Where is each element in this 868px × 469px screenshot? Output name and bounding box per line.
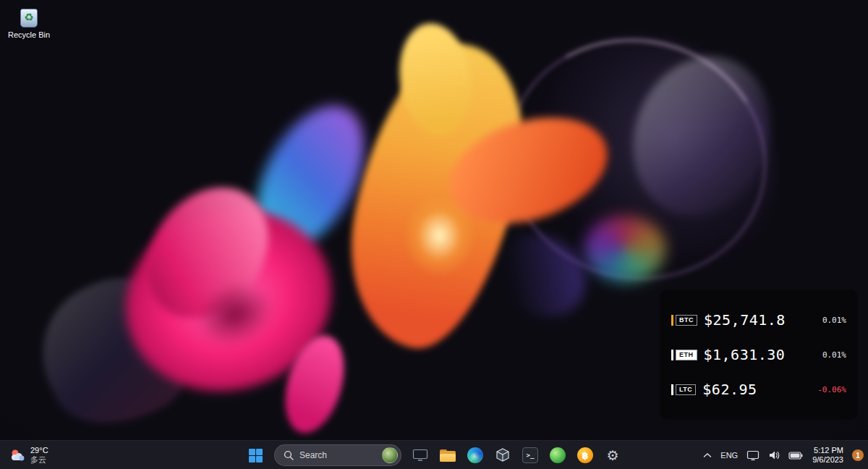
taskbar-app-edge-browser[interactable] [462,442,488,468]
weather-widget[interactable]: 29°C 多云 [6,441,53,469]
ticker-symbol: LTC [676,384,696,395]
crypto-symbol-badge: LTC [671,384,696,395]
language-label: ENG [720,451,738,460]
weather-cloud-icon [10,448,26,462]
recycle-bin-shortcut[interactable]: ♻ Recycle Bin [6,6,52,39]
ticker-accent-bar [671,384,673,395]
search-box[interactable]: Search [274,444,401,466]
recycle-bin-icon: ♻ [17,6,41,29]
start-button[interactable] [242,442,268,468]
bitcoin-app-icon: ฿ [577,447,593,463]
package-box-icon [495,447,511,463]
edge-browser-icon [467,447,483,463]
clock-date: 9/6/2023 [812,455,843,465]
taskbar-app-file-explorer[interactable] [435,442,461,468]
recycle-bin-label: Recycle Bin [6,30,52,39]
crypto-symbol-badge: BTC [671,315,697,326]
weather-temperature: 29°C [30,446,48,455]
taskbar-app-package[interactable] [490,442,516,468]
ticker-symbol: ETH [676,350,697,360]
crypto-change: -0.06% [817,385,846,394]
taskbar-app-settings[interactable]: ⚙ [600,442,626,468]
tray-volume-button[interactable] [765,442,783,468]
weather-condition: 多云 [30,455,48,465]
taskbar-app-desktop-monitor[interactable] [407,442,433,468]
windows-logo-icon [249,449,263,462]
crypto-change: 0.01% [822,316,846,325]
folder-icon [440,449,456,462]
taskbar-app-bitcoin[interactable]: ฿ [572,442,598,468]
notification-badge[interactable]: 1 [852,449,864,461]
crypto-ticker-widget: BTC $25,741.8 0.01% ETH $1,631.30 0.01% … [660,290,858,420]
folder-front [440,454,456,462]
crypto-price: $1,631.30 [704,346,786,363]
tray-battery-button[interactable] [785,442,807,468]
desktop: ♻ Recycle Bin BTC $25,741.8 0.01% ETH $1… [0,0,868,469]
language-indicator[interactable]: ENG [717,442,741,468]
search-label: Search [299,450,376,460]
clock[interactable]: 5:12 PM 9/6/2023 [808,442,848,468]
taskbar-app-green[interactable] [545,442,571,468]
system-tray: ENG [699,441,864,469]
green-app-icon [550,447,566,463]
taskbar-app-terminal[interactable]: >_ [517,442,543,468]
crypto-row-btc[interactable]: BTC $25,741.8 0.01% [671,311,846,329]
crypto-price: $62.95 [702,381,757,398]
gear-icon: ⚙ [606,449,618,462]
ticker-accent-bar [671,350,673,360]
monitor-icon [412,449,428,462]
tray-cast-button[interactable] [743,442,763,468]
search-icon [284,450,294,460]
weather-text: 29°C 多云 [30,446,48,465]
clock-time: 5:12 PM [814,446,843,455]
ticker-symbol: BTC [676,315,697,326]
cast-screen-icon [746,450,760,461]
crypto-row-eth[interactable]: ETH $1,631.30 0.01% [671,346,846,363]
recycle-symbol-icon: ♻ [17,8,41,27]
speaker-icon [768,450,780,460]
crypto-change: 0.01% [822,350,846,360]
crypto-symbol-badge: ETH [671,350,697,360]
ticker-accent-bar [671,315,673,326]
taskbar-center: Search [242,441,626,469]
crypto-price: $25,741.8 [704,311,786,329]
battery-icon [788,452,803,460]
taskbar: 29°C 多云 Search [0,440,868,469]
terminal-icon: >_ [522,447,538,463]
tray-overflow-button[interactable] [699,442,715,468]
search-highlight-image[interactable] [382,447,398,463]
crypto-row-ltc[interactable]: LTC $62.95 -0.06% [671,381,846,398]
chevron-up-icon [703,452,712,458]
